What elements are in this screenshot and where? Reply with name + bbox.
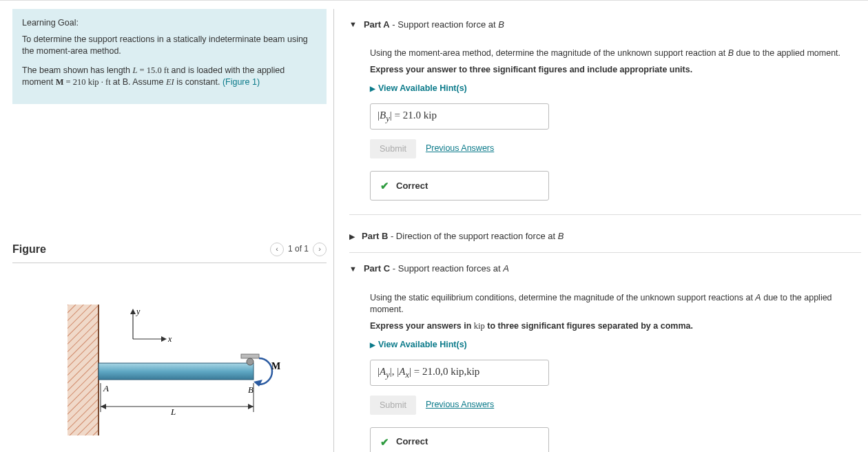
pa-answer-value: 21.0 kip: [403, 110, 437, 121]
svg-marker-5: [130, 309, 136, 314]
part-c-prev-answers-link[interactable]: Previous Answers: [426, 399, 494, 411]
part-c-header[interactable]: ▼ Part C - Support reaction forces at A: [349, 253, 861, 282]
svg-marker-15: [101, 404, 106, 409]
prev-figure-button[interactable]: ‹: [270, 243, 284, 256]
part-c-suffix: - Support reaction forces at: [390, 263, 503, 274]
part-c-correct-box: ✔ Correct: [370, 427, 549, 452]
left-column: Learning Goal: To determine the support …: [0, 9, 334, 452]
part-b-var: B: [558, 231, 564, 241]
chevron-right-icon: ▶: [349, 232, 355, 242]
learning-goal-line2: The beam shown has length L = 15.0 ft an…: [22, 65, 317, 89]
part-a-instructions: Express your answer to three significant…: [370, 64, 861, 76]
figure-header: Figure ‹ 1 of 1 ›: [12, 242, 327, 263]
goal-const: is constant.: [174, 77, 223, 87]
hints-text: View Available Hint(s): [378, 83, 467, 93]
part-c-body: Using the static equilibrium conditions,…: [349, 282, 861, 452]
part-c-correct-text: Correct: [396, 435, 428, 448]
part-a-label: Part A: [364, 19, 390, 30]
figure-title: Figure: [12, 242, 46, 257]
moment-label: M: [271, 361, 280, 371]
part-a-submit-row: Submit Previous Answers: [370, 139, 861, 158]
pc-instr-pre: Express your answers in: [370, 321, 474, 331]
learning-goal-heading: Learning Goal:: [22, 17, 317, 30]
label-L: L: [170, 407, 176, 417]
next-figure-button[interactable]: ›: [313, 243, 327, 256]
chevron-down-icon: ▼: [349, 19, 357, 30]
figure-page-label: 1 of 1: [288, 243, 309, 255]
pc-q-text: Using the static equilibrium conditions,…: [370, 293, 755, 302]
part-c-submit-button[interactable]: Submit: [370, 395, 416, 415]
part-b-label: Part B: [362, 231, 388, 241]
page-container: Learning Goal: To determine the support …: [0, 0, 868, 452]
part-c-label: Part C: [364, 263, 390, 274]
pa-q-end: due to the applied moment.: [734, 48, 840, 58]
part-a-header[interactable]: ▼ Part A - Support reaction force at B: [349, 9, 861, 38]
part-c-instructions: Express your answers in kip to three sig…: [370, 320, 861, 333]
figure-pager: ‹ 1 of 1 ›: [270, 243, 327, 256]
part-b-suffix: - Direction of the support reaction forc…: [388, 231, 557, 241]
part-c-answer-box[interactable]: |Ay|, |Ax| = 21.0,0 kip,kip: [370, 360, 549, 387]
part-a-correct-text: Correct: [396, 180, 428, 192]
chevron-right-icon: ▶: [370, 85, 375, 92]
check-icon: ✔: [380, 435, 389, 449]
goal-at-b: at B. Assume: [113, 77, 166, 87]
label-A: A: [103, 383, 109, 393]
learning-goal-box: Learning Goal: To determine the support …: [12, 9, 327, 104]
part-c-hints-toggle[interactable]: ▶View Available Hint(s): [370, 339, 861, 351]
svg-marker-11: [254, 380, 262, 387]
part-a-hints-toggle[interactable]: ▶View Available Hint(s): [370, 83, 861, 95]
check-icon: ✔: [380, 178, 389, 193]
svg-marker-7: [161, 336, 167, 342]
part-c-var: A: [503, 263, 509, 274]
pa-q-var: B: [728, 48, 734, 58]
goal-text: The beam shown has length: [22, 65, 133, 75]
part-a-answer-box[interactable]: |By| = 21.0 kip: [370, 103, 549, 130]
learning-goal-line1: To determine the support reactions in a …: [22, 34, 317, 58]
svg-rect-2: [68, 305, 99, 435]
pc-answer-value: 21.0,0 kip,kip: [422, 366, 479, 377]
part-a-submit-button[interactable]: Submit: [370, 139, 416, 158]
axis-x-label: x: [167, 334, 172, 344]
axis-y-label: y: [136, 307, 141, 316]
part-c-submit-row: Submit Previous Answers: [370, 395, 861, 415]
chevron-right-icon: ▶: [370, 341, 375, 349]
part-a-body: Using the moment-area method, determine …: [349, 38, 861, 215]
part-a-question: Using the moment-area method, determine …: [370, 48, 861, 60]
figure-svg: y x M A B: [12, 305, 327, 439]
chevron-down-icon: ▼: [349, 264, 357, 274]
svg-point-10: [247, 358, 254, 365]
part-a-suffix: - Support reaction force at: [390, 19, 499, 30]
pa-q-text: Using the moment-area method, determine …: [370, 48, 728, 58]
part-a-correct-box: ✔ Correct: [370, 171, 549, 201]
figure-link[interactable]: (Figure 1): [223, 77, 260, 87]
pc-q-var: A: [755, 293, 761, 302]
pc-instr-unit: kip: [474, 321, 485, 331]
var-EI: EI: [166, 77, 174, 87]
val-M: = 210 kip · ft: [63, 77, 112, 87]
label-B: B: [248, 384, 254, 395]
part-b-header[interactable]: ▶ Part B - Direction of the support reac…: [349, 218, 861, 253]
part-a-prev-answers-link[interactable]: Previous Answers: [426, 143, 494, 155]
right-column: ▼ Part A - Support reaction force at B U…: [334, 9, 868, 452]
svg-rect-9: [241, 354, 259, 358]
pc-hints-text: View Available Hint(s): [378, 340, 467, 349]
part-a-var: B: [498, 19, 504, 30]
svg-marker-16: [248, 404, 254, 409]
var-M: M: [56, 77, 64, 87]
val-L: = 15.0 ft: [137, 65, 171, 75]
pc-instr-post: to three significant figures separated b…: [485, 321, 693, 331]
part-c-question: Using the static equilibrium conditions,…: [370, 292, 861, 316]
svg-rect-8: [99, 363, 254, 380]
